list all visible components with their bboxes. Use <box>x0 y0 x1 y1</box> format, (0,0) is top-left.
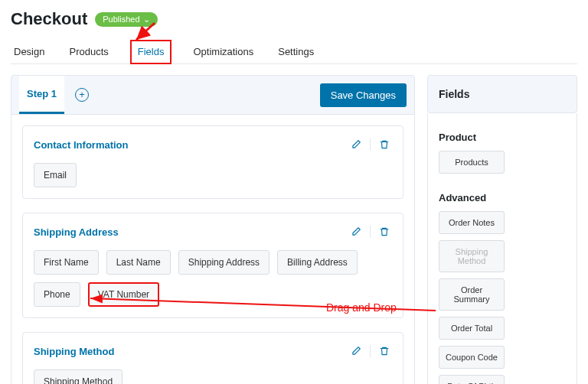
avail-chip-shipping-method[interactable]: Shipping Method <box>439 240 505 272</box>
tabs: Design Products Fields Optimizations Set… <box>11 40 577 64</box>
trash-icon[interactable] <box>377 137 392 152</box>
trash-icon[interactable] <box>377 224 392 239</box>
avail-chip-date-of-birth[interactable]: Date Of Birth <box>439 375 505 384</box>
edit-icon[interactable] <box>348 224 364 239</box>
sections: Contact Information Email Shipping Addre… <box>11 115 415 384</box>
edit-icon[interactable] <box>348 137 364 152</box>
field-chip-last-name[interactable]: Last Name <box>106 250 171 275</box>
section-contact-information: Contact Information Email <box>22 125 403 199</box>
page-title: Checkout <box>11 9 87 29</box>
field-chip-shipping-address[interactable]: Shipping Address <box>178 250 270 275</box>
group-label-advanced: Advanced <box>439 192 566 203</box>
field-chip-first-name[interactable]: First Name <box>34 250 99 275</box>
steps-bar: Step 1 + Save Changes <box>11 75 415 115</box>
tab-design[interactable]: Design <box>11 40 47 63</box>
field-chip-shipping-method[interactable]: Shipping Method <box>34 369 122 384</box>
group-label-product: Product <box>439 132 566 143</box>
tab-fields[interactable]: Fields <box>130 40 172 64</box>
avail-chip-order-total[interactable]: Order Total <box>439 317 505 340</box>
section-shipping-method: Shipping Method Shipping Method <box>22 332 403 384</box>
tab-settings[interactable]: Settings <box>275 40 317 63</box>
avail-chip-order-summary[interactable]: Order Summary <box>439 278 505 311</box>
section-title: Contact Information <box>34 139 129 151</box>
field-chip-billing-address[interactable]: Billing Address <box>277 250 358 275</box>
field-chip-email[interactable]: Email <box>34 163 77 187</box>
step-tab-1[interactable]: Step 1 <box>19 76 64 114</box>
divider <box>370 138 371 151</box>
section-shipping-address: Shipping Address First Name Last Name Sh… <box>22 213 403 318</box>
avail-chip-order-notes[interactable]: Order Notes <box>439 211 505 234</box>
section-title: Shipping Method <box>34 346 114 357</box>
edit-icon[interactable] <box>348 343 364 359</box>
divider <box>370 345 371 357</box>
save-button[interactable]: Save Changes <box>320 83 407 107</box>
add-step-button[interactable]: + <box>75 88 89 102</box>
status-badge-label: Published <box>103 15 139 24</box>
trash-icon[interactable] <box>377 343 392 359</box>
field-chip-phone[interactable]: Phone <box>34 282 80 307</box>
section-title: Shipping Address <box>34 226 119 238</box>
panel-body: Product Products Advanced Order Notes Sh… <box>427 113 577 384</box>
tab-products[interactable]: Products <box>66 40 111 63</box>
panel-title: Fields <box>427 75 577 113</box>
avail-chip-coupon-code[interactable]: Coupon Code <box>439 346 505 369</box>
field-chip-vat-number[interactable]: VAT Number <box>88 282 159 307</box>
chevron-down-icon: ⌄ <box>143 15 150 24</box>
tab-optimizations[interactable]: Optimizations <box>190 40 256 63</box>
layout: Step 1 + Save Changes Contact Informatio… <box>11 75 577 384</box>
divider <box>370 226 371 238</box>
status-badge[interactable]: Published ⌄ <box>95 12 157 27</box>
avail-chip-products[interactable]: Products <box>439 151 505 174</box>
